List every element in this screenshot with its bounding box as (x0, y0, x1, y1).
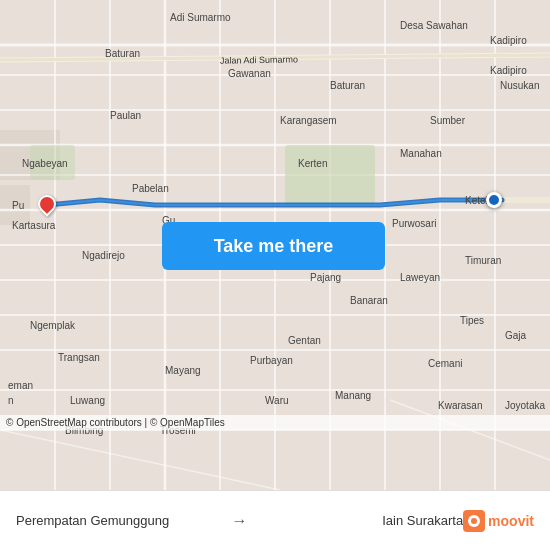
map-label-manahan: Manahan (400, 148, 442, 159)
route-arrow: → (232, 512, 248, 530)
map-label-ngemplak: Ngemplak (30, 320, 75, 331)
map-label-baturan2: Baturan (330, 80, 365, 91)
map-label-karangasem: Karangasem (280, 115, 337, 126)
map-label-pu: Pu (12, 200, 24, 211)
map-label-paulan: Paulan (110, 110, 141, 121)
bottom-bar: Perempatan Gemunggung → Iain Surakarta m… (0, 490, 550, 550)
map-label-kartasura: Kartasura (12, 220, 55, 231)
map-label-eman: eman (8, 380, 33, 391)
svg-rect-28 (285, 145, 375, 205)
map-label-pabelan: Pabelan (132, 183, 169, 194)
map-label-kwarasan: Kwarasan (438, 400, 482, 411)
map-label-gentan: Gentan (288, 335, 321, 346)
map-label-adi-sumarmo: Adi Sumarmo (170, 12, 231, 23)
map-label-gawanan: Gawanan (228, 68, 271, 79)
map-label-n: n (8, 395, 14, 406)
map-label-ngadirejo: Ngadirejo (82, 250, 125, 261)
map-label-desa-sawahan: Desa Sawahan (400, 20, 468, 31)
route-to-label: Iain Surakarta (258, 513, 464, 528)
map-label-trangsan: Trangsan (58, 352, 100, 363)
map-label-luwang: Luwang (70, 395, 105, 406)
map-label-ngabeyan: Ngabeyan (22, 158, 68, 169)
moovit-text: moovit (488, 513, 534, 529)
map-label-laweyan: Laweyan (400, 272, 440, 283)
map-label-baturan1: Baturan (105, 48, 140, 59)
origin-marker (38, 195, 56, 217)
map-label-nusukan: Nusukan (500, 80, 539, 91)
map-label-mayang: Mayang (165, 365, 201, 376)
map-label-kerten: Kerten (298, 158, 327, 169)
route-from-label: Perempatan Gemunggung (16, 513, 222, 528)
take-me-there-button[interactable]: Take me there (162, 222, 385, 270)
map-label-joyotaka: Joyotaka (505, 400, 545, 411)
map-label-jalan-adi-sumarmo: Jalan Adi Sumarmo (220, 54, 298, 65)
map-label-pajang: Pajang (310, 272, 341, 283)
map-label-waru: Waru (265, 395, 289, 406)
map-label-banaran: Banaran (350, 295, 388, 306)
map-label-cemani: Cemani (428, 358, 462, 369)
map-label-kadipiro2: Kadipiro (490, 65, 527, 76)
map-container: Adi Sumarmo Jalan Adi Sumarmo Desa Sawah… (0, 0, 550, 490)
map-attribution: © OpenStreetMap contributors | © OpenMap… (0, 415, 550, 430)
map-label-sumber: Sumber (430, 115, 465, 126)
map-label-purbayan: Purbayan (250, 355, 293, 366)
map-label-purwosari: Purwosari (392, 218, 436, 229)
map-label-kadipiro1: Kadipiro (490, 35, 527, 46)
map-label-timuran: Timuran (465, 255, 501, 266)
moovit-icon (463, 510, 485, 532)
svg-point-31 (471, 518, 477, 524)
moovit-logo: moovit (463, 510, 534, 532)
destination-marker (486, 192, 502, 208)
map-label-tipes: Tipes (460, 315, 484, 326)
map-label-gaja: Gaja (505, 330, 526, 341)
map-label-manang: Manang (335, 390, 371, 401)
